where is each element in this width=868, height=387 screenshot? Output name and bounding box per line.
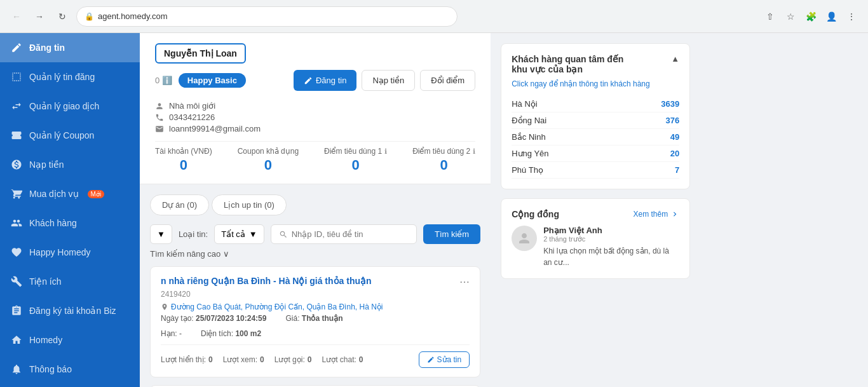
sidebar-item-mua-dich-vu[interactable]: Mua dịch vụ Mới	[0, 179, 140, 208]
bookmark-icon[interactable]: ☆	[782, 8, 799, 25]
role-label: Nhà môi giới	[169, 101, 215, 111]
sidebar-item-label: Nạp tiền	[29, 160, 64, 170]
extension-icon[interactable]: 🧩	[802, 8, 820, 25]
forward-button[interactable]: →	[31, 8, 48, 25]
coupon-icon	[10, 129, 23, 142]
heart-icon	[10, 246, 23, 259]
header-actions: Đăng tin Nạp tiền Đổi điểm	[294, 70, 475, 91]
community-card: Cộng đồng Xem thêm Phạm Việt Anh 2 tháng…	[501, 198, 690, 279]
filter-row: ▼ Loại tin: Tất cả ▼ Tìm kiếm	[150, 224, 480, 244]
advanced-search[interactable]: Tìm kiếm nâng cao ∨	[150, 249, 480, 259]
back-button[interactable]: ←	[8, 8, 25, 25]
info-icon-2: ℹ	[473, 147, 475, 156]
sidebar-item-khach-hang[interactable]: Khách hàng	[0, 208, 140, 238]
profile-info: Nhà môi giới 0343421226 loannt99914@gmai…	[155, 101, 475, 133]
more-options-1[interactable]: ⋯	[459, 276, 470, 288]
customers-icon	[10, 217, 23, 229]
share-icon[interactable]: ⇧	[761, 8, 779, 25]
regions-scroll[interactable]: ▲	[671, 54, 679, 64]
tab-du-an[interactable]: Dự án (0)	[150, 194, 209, 215]
sort-select[interactable]: ▼	[150, 224, 172, 244]
listing-title-1: n nhà riêng Quận Ba Đình - Hà Nội giá th…	[161, 276, 470, 286]
community-header: Cộng đồng Xem thêm	[512, 209, 679, 219]
listing-details-1: Ngày tạo: 25/07/2023 10:24:59 Giá: Thỏa …	[161, 314, 470, 323]
list-icon	[10, 71, 23, 83]
regions-card: Khách hàng quan tâm đến khu vực của bạn …	[501, 43, 690, 189]
sidebar-item-label: Đăng tin	[29, 43, 65, 53]
new-badge: Mới	[88, 190, 105, 198]
nap-tien-button[interactable]: Nạp tiền	[362, 70, 415, 91]
listing-details-2: Hạn: - Diện tích: 100 m2	[161, 329, 470, 338]
sidebar-item-quan-ly-tin-dang[interactable]: Quản lý tin đăng	[0, 62, 140, 92]
sidebar-item-happy-homedy[interactable]: Happy Homedy	[0, 238, 140, 267]
sidebar-item-label: Thông báo	[29, 364, 72, 374]
sidebar-item-tien-ich[interactable]: Tiện ích	[0, 267, 140, 296]
address-bar[interactable]: 🔒 agent.homedy.com	[76, 6, 458, 27]
community-post: Phạm Việt Anh 2 tháng trước Khi lựa chọn…	[512, 226, 679, 268]
sidebar-item-quan-ly-coupon[interactable]: Quản lý Coupon	[0, 121, 140, 150]
region-row-0: Hà Nội 3639	[512, 96, 679, 112]
stat-diem1-label: Điểm tiêu dùng 1 ℹ	[324, 147, 387, 156]
region-row-2: Bắc Ninh 49	[512, 129, 679, 146]
sidebar-item-dang-ky-tai-khoan-biz[interactable]: Đăng ký tài khoản Biz	[0, 296, 140, 325]
sidebar-item-thong-bao[interactable]: Thông báo	[0, 355, 140, 384]
chevron-right-icon	[670, 210, 679, 219]
bell-icon	[10, 363, 23, 376]
profile-icon[interactable]: 👤	[822, 8, 840, 25]
plan-badge: Happy Basic	[179, 73, 246, 88]
tab-lich-up-tin[interactable]: Lịch up tin (0)	[212, 194, 287, 215]
regions-title: Khách hàng quan tâm đến khu vực của bạn	[512, 54, 639, 74]
sidebar-item-label: Mua dịch vụ	[29, 189, 79, 199]
tabs-row: Dự án (0) Lịch up tin (0)	[150, 194, 480, 215]
post-time: 2 tháng trước	[543, 235, 679, 243]
loai-tin-select[interactable]: Tất cả ▼	[214, 224, 264, 244]
user-name-box[interactable]: Nguyễn Thị Loan	[155, 43, 246, 64]
settings-icon[interactable]: ⋮	[843, 8, 860, 25]
tools-icon	[10, 275, 23, 288]
stat-tai-khoan-label: Tài khoản (VNĐ)	[155, 147, 212, 156]
sidebar-item-label: Quản lý Coupon	[29, 130, 94, 140]
region-row-3: Hưng Yên 20	[512, 146, 679, 162]
stat-coupon: Coupon khả dụng 0	[238, 147, 299, 173]
email-row: loannt99914@gmail.com	[155, 124, 475, 133]
stat-tai-khoan-value: 0	[155, 157, 212, 173]
sidebar-item-label: Khách hàng	[29, 218, 77, 228]
role-row: Nhà môi giới	[155, 101, 475, 111]
stat-diem1-value: 0	[324, 157, 387, 173]
location-icon	[161, 303, 168, 311]
sidebar-item-label: Tiện ích	[29, 276, 62, 287]
chevron-down-icon: ▼	[249, 229, 257, 239]
region-row-1: Đồng Nai 376	[512, 112, 679, 129]
post-content: Khi lựa chọn một bất động sản, dù là an …	[543, 245, 679, 268]
post-info: Phạm Việt Anh 2 tháng trước Khi lựa chọn…	[543, 226, 679, 268]
see-more-link[interactable]: Xem thêm	[634, 210, 680, 219]
regions-cta[interactable]: Click ngay để nhận thông tin khách hàng	[512, 79, 679, 88]
listing-meta-1: Đường Cao Bá Quát, Phường Đội Cấn, Quận …	[161, 302, 470, 311]
loai-tin-label: Loại tin:	[179, 229, 208, 239]
listing-id-1: 2419420	[161, 290, 470, 299]
sidebar-item-dang-tin[interactable]: Đăng tin	[0, 33, 140, 62]
search-button[interactable]: Tìm kiếm	[423, 224, 480, 244]
reload-button[interactable]: ↻	[53, 8, 71, 25]
doi-diem-button[interactable]: Đổi điểm	[420, 70, 475, 91]
browser-toolbar: ⇧ ☆ 🧩 👤 ⋮	[761, 8, 860, 25]
email-label: loannt99914@gmail.com	[169, 124, 261, 133]
sidebar-item-homedy[interactable]: Homedy	[0, 325, 140, 355]
stat-diem2-value: 0	[412, 157, 475, 173]
dang-tin-button[interactable]: Đăng tin	[294, 70, 356, 91]
post-author: Phạm Việt Anh	[543, 226, 679, 235]
stat-coupon-value: 0	[238, 157, 299, 173]
content-left: Nguyễn Thị Loan 0 ℹ️ Happy Basic Đăng ti…	[140, 33, 491, 387]
sidebar-item-label: Happy Homedy	[29, 247, 91, 257]
sidebar-item-nap-tien[interactable]: Nạp tiền	[0, 150, 140, 179]
listing-stats-1: Lượt hiển thị: 0 Lượt xem: 0 Lượt gọi: 0…	[161, 344, 470, 368]
avatar	[512, 226, 537, 251]
sidebar-item-label: Đăng ký tài khoản Biz	[29, 306, 116, 316]
edit-button-1[interactable]: Sửa tin	[419, 351, 470, 368]
region-row-4: Phú Thọ 7	[512, 162, 679, 179]
email-icon	[155, 125, 164, 133]
header-top: 0 ℹ️ Happy Basic Đăng tin Nạp tiền Đổi đ…	[155, 70, 475, 91]
sidebar-item-quan-ly-giao-dich[interactable]: Quản lý giao dịch	[0, 92, 140, 121]
search-input[interactable]	[292, 229, 409, 239]
stat-tai-khoan: Tài khoản (VNĐ) 0	[155, 147, 212, 173]
